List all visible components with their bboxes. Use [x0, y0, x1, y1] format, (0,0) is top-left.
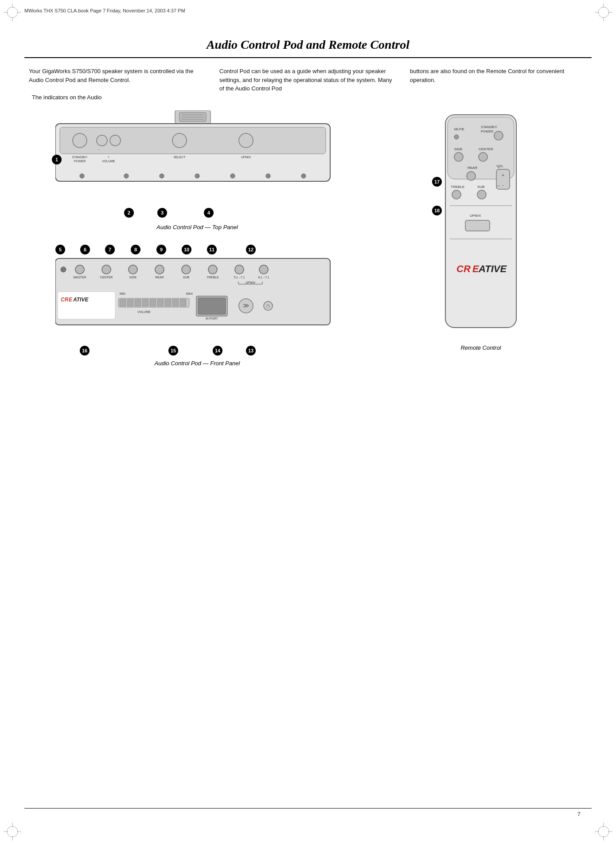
remote-badge-area: 17 18 MUTE STANDBY/ POWER	[432, 110, 530, 341]
remote-control-area: 17 18 MUTE STANDBY/ POWER	[374, 110, 587, 367]
svg-point-43	[230, 174, 235, 178]
svg-text:CR: CR	[61, 297, 69, 303]
svg-point-32	[110, 135, 121, 146]
svg-point-40	[124, 174, 129, 178]
front-panel-bottom-badges: 16 15 14 13	[55, 345, 330, 357]
svg-text:+: +	[108, 156, 109, 159]
svg-text:SUB: SUB	[183, 276, 190, 279]
svg-point-15	[598, 826, 609, 837]
svg-rect-117	[465, 220, 490, 231]
svg-text:POWER: POWER	[74, 160, 86, 163]
svg-point-42	[195, 174, 199, 178]
svg-point-39	[80, 174, 84, 178]
badge-5: 5	[55, 245, 65, 254]
badge-9: 9	[156, 245, 166, 254]
corner-mark-br	[595, 823, 612, 840]
svg-text:E: E	[69, 297, 73, 303]
badge-1: 1	[52, 155, 62, 164]
badge-13: 13	[246, 346, 256, 356]
badge-4: 4	[204, 208, 214, 218]
svg-text:VOLUME: VOLUME	[137, 310, 151, 313]
svg-text:CR: CR	[456, 263, 471, 274]
svg-point-41	[160, 174, 164, 178]
content-area: Audio Control Pod and Remote Control You…	[24, 24, 592, 820]
svg-text:-: -	[502, 183, 503, 188]
svg-text:≫: ≫	[243, 302, 250, 309]
svg-text:MASTER: MASTER	[73, 276, 86, 279]
svg-text:REAR: REAR	[468, 166, 477, 170]
svg-text:SIDE: SIDE	[454, 147, 463, 151]
svg-text:5.1→7.1: 5.1→7.1	[234, 276, 245, 279]
badge-10: 10	[182, 245, 191, 254]
svg-text:REAR: REAR	[155, 276, 164, 279]
text-col-1: Your GigaWorks S750/S700 speaker system …	[29, 67, 206, 102]
svg-point-45	[301, 174, 306, 178]
svg-text:6.1→7.1: 6.1→7.1	[258, 276, 269, 279]
badge-16: 16	[80, 346, 90, 356]
svg-text:MAX: MAX	[186, 292, 193, 295]
svg-rect-68	[58, 292, 115, 319]
badge-15: 15	[168, 346, 178, 356]
top-panel-diagram: 1 STA	[29, 110, 366, 231]
svg-text:VOL: VOL	[496, 164, 504, 168]
svg-text:MIN: MIN	[120, 292, 125, 295]
svg-rect-76	[127, 299, 133, 306]
svg-point-48	[75, 265, 84, 274]
front-panel-svg: MASTER CENTER SIDE REAR SUB TREBLE	[55, 256, 366, 345]
svg-text:STANDBY/: STANDBY/	[72, 156, 88, 159]
svg-rect-81	[165, 299, 171, 306]
badge-7: 7	[105, 245, 115, 254]
badge-18: 18	[432, 206, 442, 215]
svg-rect-75	[120, 299, 126, 306]
svg-point-113	[452, 190, 461, 199]
svg-point-105	[467, 172, 476, 180]
badge-11: 11	[207, 245, 217, 254]
svg-text:CENTER: CENTER	[479, 147, 493, 151]
svg-text:SIDE: SIDE	[129, 276, 137, 279]
remote-caption: Remote Control	[460, 344, 501, 351]
svg-text:TREBLE: TREBLE	[207, 276, 219, 279]
diagrams-area: 1 STA	[24, 110, 592, 367]
svg-rect-78	[142, 299, 148, 306]
svg-text:UPMIX: UPMIX	[246, 281, 256, 284]
svg-point-35	[172, 133, 187, 148]
top-panel-caption: Audio Control Pod — Top Panel	[29, 224, 366, 231]
svg-point-98	[494, 131, 503, 140]
badge-2: 2	[124, 208, 134, 218]
svg-point-101	[454, 152, 463, 161]
file-info: MWorks THX S750 CLA.book Page 7 Friday, …	[24, 8, 185, 13]
svg-text:ATIVE: ATIVE	[478, 263, 507, 274]
front-panel-top-badges: 5 6 7 8 9 10 11 12	[55, 244, 330, 256]
svg-point-0	[7, 7, 18, 18]
badge-12: 12	[246, 245, 256, 254]
svg-point-54	[155, 265, 164, 274]
svg-rect-86	[198, 298, 226, 314]
svg-point-56	[182, 265, 191, 274]
svg-text:∩: ∩	[266, 302, 270, 309]
left-diagrams: 1 STA	[29, 110, 366, 367]
svg-point-114	[477, 190, 486, 199]
corner-mark-tl	[4, 4, 21, 21]
svg-point-30	[97, 135, 107, 146]
svg-point-37	[239, 133, 253, 148]
svg-text:ATIVE: ATIVE	[73, 297, 89, 303]
text-col-3: buttons are also found on the Remote Con…	[410, 67, 587, 102]
badge-14: 14	[213, 346, 222, 356]
svg-point-62	[259, 265, 268, 274]
svg-point-44	[266, 174, 270, 178]
svg-point-27	[73, 133, 87, 148]
svg-text:SUB: SUB	[477, 185, 484, 189]
svg-rect-79	[150, 299, 156, 306]
svg-point-50	[102, 265, 111, 274]
svg-text:SELECT: SELECT	[173, 156, 186, 159]
top-panel-badges: 2 3 4	[55, 208, 330, 221]
page-number: 7	[577, 811, 581, 817]
badge-3: 3	[157, 208, 167, 218]
svg-text:UPMIX: UPMIX	[241, 156, 251, 159]
svg-point-97	[454, 135, 459, 139]
svg-point-10	[7, 826, 18, 837]
corner-mark-bl	[4, 823, 21, 840]
svg-point-47	[61, 267, 66, 272]
svg-point-102	[479, 152, 487, 161]
badge-6: 6	[80, 245, 90, 254]
